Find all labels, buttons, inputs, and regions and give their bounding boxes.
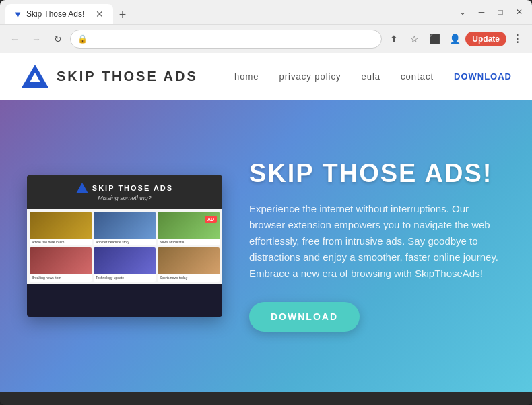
toolbar-actions: ⬆ ☆ ⬛ 👤 Update ⋮ xyxy=(385,30,527,49)
logo-text: SKIP THOSE ADS xyxy=(57,69,198,84)
share-icon[interactable]: ⬆ xyxy=(385,30,403,49)
new-tab-button[interactable]: + xyxy=(113,5,132,24)
hero-image: SKIP THOSE ADS Missing something? Articl… xyxy=(27,175,222,317)
reload-button[interactable]: ↻ xyxy=(48,30,67,49)
hero-description: Experience the internet without interrup… xyxy=(249,201,505,282)
bottom-bar xyxy=(0,392,532,405)
hero-title: SKIP THOSe ADS! xyxy=(249,160,505,188)
card-image-5 xyxy=(94,247,156,274)
address-bar[interactable]: 🔒 xyxy=(70,30,382,49)
screenshot-header: SKIP THOSE ADS Missing something? xyxy=(27,175,222,209)
site-header: SKIP THOSE ADS Home Privacy Policy EULA … xyxy=(0,53,532,100)
card-image-2 xyxy=(94,212,156,239)
screenshot-body: Article title here lorem Another headlin… xyxy=(27,209,222,284)
title-bar: ▼ Skip Those Ads! ✕ + ⌄ ─ □ ✕ xyxy=(0,0,532,24)
profile-icon[interactable]: 👤 xyxy=(445,30,464,49)
card-image-6 xyxy=(158,247,220,274)
screenshot-card-5: Technology update xyxy=(94,247,156,282)
tab-favicon: ▼ xyxy=(13,9,22,20)
screenshot-card-1: Article title here lorem xyxy=(30,212,92,246)
bookmark-icon[interactable]: ☆ xyxy=(405,30,424,49)
menu-button[interactable]: ⋮ xyxy=(508,30,527,49)
tab-area: ▼ Skip Those Ads! ✕ + xyxy=(5,0,132,24)
hero-screenshot: SKIP THOSE ADS Missing something? Articl… xyxy=(27,175,222,317)
nav-privacy-policy[interactable]: Privacy Policy xyxy=(279,71,341,82)
lock-icon: 🔒 xyxy=(77,34,88,44)
ad-badge: AD xyxy=(205,216,217,223)
toolbar: ← → ↻ 🔒 ⬆ ☆ ⬛ 👤 Update ⋮ xyxy=(0,24,532,53)
back-button[interactable]: ← xyxy=(5,30,24,49)
nav-eula[interactable]: EULA xyxy=(362,71,381,82)
screenshot-title: SKIP THOSE ADS xyxy=(92,184,173,192)
screenshot-logo: SKIP THOSE ADS xyxy=(76,183,173,193)
screenshot-subtitle: Missing something? xyxy=(98,195,152,201)
hero-text: SKIP THOSe ADS! Experience the internet … xyxy=(249,160,505,332)
site-nav: Home Privacy Policy EULA Contact DOWNLOA… xyxy=(234,71,512,82)
update-button[interactable]: Update xyxy=(465,32,506,46)
tab-close-button[interactable]: ✕ xyxy=(94,9,105,20)
nav-download[interactable]: DOWNLOAD xyxy=(454,71,512,82)
forward-button[interactable]: → xyxy=(27,30,46,49)
card-image-1 xyxy=(30,212,92,239)
tab-title: Skip Those Ads! xyxy=(26,9,85,19)
website-content: SKIP THOSE ADS Home Privacy Policy EULA … xyxy=(0,53,532,392)
browser-window: ▼ Skip Those Ads! ✕ + ⌄ ─ □ ✕ ← → ↻ 🔒 ⬆ … xyxy=(0,0,532,405)
nav-home[interactable]: Home xyxy=(234,71,259,82)
maximize-button[interactable]: □ xyxy=(493,5,508,20)
screenshot-card-2: Another headline story xyxy=(94,212,156,246)
site-logo: SKIP THOSE ADS xyxy=(20,63,198,89)
browser-tab[interactable]: ▼ Skip Those Ads! ✕ xyxy=(5,4,113,24)
screenshot-card-4: Breaking news item xyxy=(30,247,92,282)
screenshot-card-6: Sports news today xyxy=(158,247,220,282)
chevron-down-icon[interactable]: ⌄ xyxy=(455,5,470,20)
extensions-icon[interactable]: ⬛ xyxy=(425,30,444,49)
title-bar-controls: ⌄ ─ □ ✕ xyxy=(455,5,527,20)
minimize-button[interactable]: ─ xyxy=(474,5,489,20)
nav-contact[interactable]: Contact xyxy=(401,71,434,82)
screenshot-triangle-icon xyxy=(76,183,88,193)
hero-section: SKIP THOSE ADS Missing something? Articl… xyxy=(0,100,532,392)
hero-download-button[interactable]: DOWNLOAD xyxy=(249,302,360,332)
logo-icon xyxy=(20,63,50,89)
close-button[interactable]: ✕ xyxy=(512,5,527,20)
card-image-4 xyxy=(30,247,92,274)
